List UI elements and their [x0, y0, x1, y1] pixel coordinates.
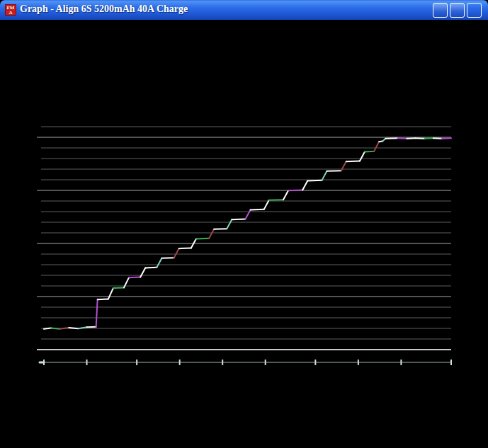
cell-voltage-chart — [0, 51, 488, 448]
menu-help[interactable]: Help — [0, 38, 488, 51]
maximize-button[interactable] — [450, 3, 465, 18]
app-icon-text-bottom: A — [6, 11, 16, 16]
minimize-button[interactable] — [433, 3, 448, 18]
title-bar[interactable]: FM A Graph - Align 6S 5200mAh 40A Charge — [0, 0, 488, 20]
app-window: FM A Graph - Align 6S 5200mAh 40A Charge… — [0, 0, 488, 448]
window-title: Graph - Align 6S 5200mAh 40A Charge — [20, 4, 188, 15]
close-button[interactable] — [467, 3, 482, 18]
menu-zoom[interactable]: Zoom — [0, 25, 488, 38]
app-icon: FM A — [5, 4, 16, 16]
